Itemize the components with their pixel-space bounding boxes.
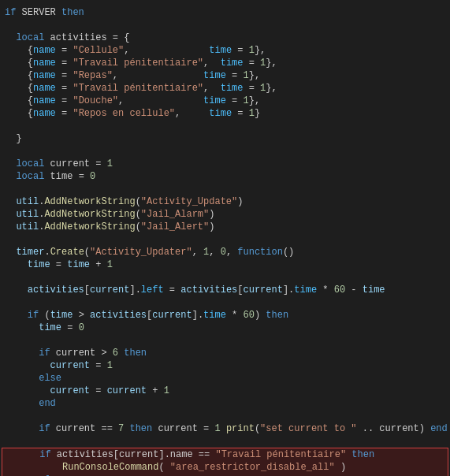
line-21: time = time + 1 xyxy=(0,258,450,271)
line-20: timer.Create("Activity_Updater", 1, 0, f… xyxy=(0,246,450,258)
line-37: RunConsoleCommand( "area_restrictor_disa… xyxy=(2,461,448,474)
line-29: current = 1 xyxy=(0,359,450,372)
line-22 xyxy=(0,271,450,284)
line-30: else xyxy=(0,372,450,385)
line-1: if SERVER then xyxy=(0,6,450,19)
line-33 xyxy=(0,410,450,422)
line-8: {name = "Douche", time = 1}, xyxy=(0,95,450,107)
line-18: util.AddNetworkString("Jail_Alert") xyxy=(0,221,450,233)
line-3: local activities = { xyxy=(0,32,450,44)
line-6: {name = "Repas", time = 1}, xyxy=(0,69,450,82)
line-27 xyxy=(0,334,450,347)
line-25: if (time > activities[current].time * 60… xyxy=(0,309,450,322)
line-35 xyxy=(0,435,450,448)
line-4: {name = "Cellule", time = 1}, xyxy=(0,44,450,57)
line-32: end xyxy=(0,397,450,410)
line-12 xyxy=(0,145,450,158)
line-28: if current > 6 then xyxy=(0,347,450,359)
line-16: util.AddNetworkString("Activity_Update") xyxy=(0,195,450,208)
line-36: if activities[current].name == "Travail … xyxy=(2,448,448,461)
line-10 xyxy=(0,120,450,132)
line-2 xyxy=(0,19,450,32)
line-17: util.AddNetworkString("Jail_Alarm") xyxy=(0,208,450,221)
line-7: {name = "Travail pénitentiaire", time = … xyxy=(0,82,450,95)
highlighted-code-block: if activities[current].name == "Travail … xyxy=(2,448,448,476)
line-24 xyxy=(0,296,450,309)
line-26: time = 0 xyxy=(0,322,450,334)
line-13: local current = 1 xyxy=(0,158,450,170)
line-11: } xyxy=(0,132,450,145)
line-19 xyxy=(0,233,450,246)
line-31: current = current + 1 xyxy=(0,385,450,397)
line-23: activities[current].left = activities[cu… xyxy=(0,284,450,296)
line-34: if current == 7 then current = 1 print("… xyxy=(0,422,450,435)
line-9: {name = "Repos en cellule", time = 1} xyxy=(0,107,450,120)
line-5: {name = "Travail pénitentiaire", time = … xyxy=(0,57,450,69)
line-14: local time = 0 xyxy=(0,170,450,183)
line-15 xyxy=(0,183,450,195)
code-editor: if SERVER then local activities = { {nam… xyxy=(0,0,450,476)
